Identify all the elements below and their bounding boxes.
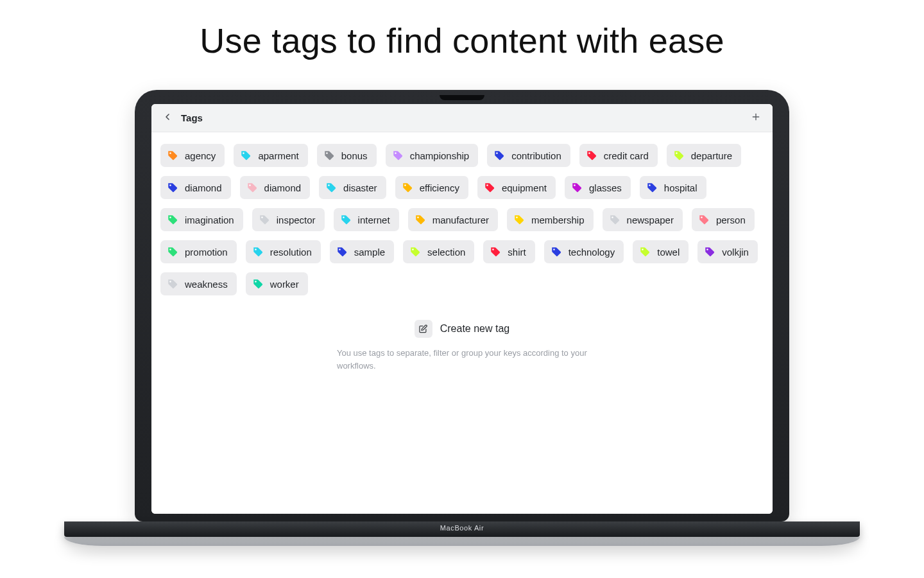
tag-icon bbox=[639, 246, 651, 258]
svg-point-2 bbox=[169, 152, 171, 154]
svg-point-26 bbox=[412, 249, 414, 250]
svg-point-14 bbox=[574, 184, 576, 186]
tag-chip[interactable]: efficiency bbox=[395, 176, 468, 199]
tag-icon bbox=[167, 246, 178, 258]
tag-chip[interactable]: worker bbox=[246, 272, 308, 295]
svg-point-32 bbox=[255, 281, 257, 283]
svg-point-15 bbox=[649, 184, 651, 186]
tag-chip[interactable]: diamond bbox=[160, 176, 231, 199]
device-screen: Tags agencyaparmentbonuschampionshipcont… bbox=[151, 104, 773, 514]
tag-label: championship bbox=[410, 150, 470, 161]
device-base bbox=[64, 537, 860, 546]
tag-icon bbox=[167, 182, 178, 193]
tag-chip[interactable]: diamond bbox=[240, 176, 311, 199]
svg-point-11 bbox=[328, 184, 330, 186]
tag-icon bbox=[246, 182, 258, 193]
tag-label: sample bbox=[354, 247, 385, 258]
svg-point-29 bbox=[642, 249, 644, 250]
tag-chip[interactable]: person bbox=[692, 208, 755, 231]
tag-chip[interactable]: sample bbox=[330, 240, 394, 263]
tag-icon bbox=[609, 214, 620, 225]
tag-icon bbox=[336, 246, 348, 258]
tag-chip[interactable]: agency bbox=[160, 144, 225, 167]
tag-icon bbox=[252, 278, 264, 290]
tag-chip[interactable]: newspaper bbox=[603, 208, 683, 231]
svg-point-18 bbox=[343, 216, 345, 218]
svg-point-16 bbox=[169, 216, 171, 218]
tag-label: towel bbox=[657, 247, 680, 258]
tag-chip[interactable]: disaster bbox=[319, 176, 386, 199]
tag-icon bbox=[167, 278, 178, 290]
tag-icon bbox=[646, 182, 658, 193]
svg-point-25 bbox=[339, 249, 341, 250]
svg-point-7 bbox=[588, 152, 590, 154]
svg-point-23 bbox=[169, 249, 171, 250]
svg-point-28 bbox=[553, 249, 555, 250]
tag-label: newspaper bbox=[627, 215, 674, 225]
tag-chip[interactable]: weakness bbox=[160, 272, 237, 295]
tag-chip[interactable]: manufacturer bbox=[408, 208, 498, 231]
svg-point-17 bbox=[261, 216, 263, 218]
tag-chip[interactable]: inspector bbox=[252, 208, 325, 231]
tag-chip[interactable]: towel bbox=[633, 240, 689, 263]
tag-label: technology bbox=[569, 247, 615, 258]
tag-label: credit card bbox=[604, 150, 649, 161]
header-title: Tags bbox=[181, 112, 203, 123]
tag-chip[interactable]: glasses bbox=[565, 176, 631, 199]
svg-point-20 bbox=[516, 216, 518, 218]
tag-chip[interactable]: departure bbox=[667, 144, 741, 167]
tag-icon bbox=[571, 182, 583, 193]
tag-icon bbox=[673, 150, 685, 161]
tag-label: person bbox=[716, 215, 746, 225]
tag-chip[interactable]: internet bbox=[334, 208, 399, 231]
tag-chip[interactable]: bonus bbox=[317, 144, 377, 167]
svg-point-4 bbox=[326, 152, 328, 154]
tag-chip[interactable]: imagination bbox=[160, 208, 243, 231]
tag-icon bbox=[240, 150, 252, 161]
svg-point-27 bbox=[493, 249, 495, 250]
tag-icon bbox=[551, 246, 562, 258]
create-tag-button[interactable]: Create new tag bbox=[415, 320, 510, 338]
tag-chip[interactable]: technology bbox=[544, 240, 624, 263]
svg-point-5 bbox=[395, 152, 397, 154]
tag-chip[interactable]: volkjin bbox=[697, 240, 758, 263]
tag-icon bbox=[704, 246, 715, 258]
tag-label: resolution bbox=[270, 247, 312, 258]
tag-icon bbox=[409, 246, 421, 258]
tag-chip[interactable]: selection bbox=[403, 240, 474, 263]
svg-point-19 bbox=[417, 216, 419, 218]
tag-chip[interactable]: equipment bbox=[477, 176, 556, 199]
tag-chip[interactable]: membership bbox=[507, 208, 594, 231]
tag-icon bbox=[493, 150, 505, 161]
tag-icon bbox=[513, 214, 525, 225]
device-lid: Tags agencyaparmentbonuschampionshipcont… bbox=[135, 90, 789, 521]
tag-label: imagination bbox=[185, 215, 234, 225]
tag-chip[interactable]: promotion bbox=[160, 240, 237, 263]
add-button[interactable] bbox=[748, 110, 764, 126]
back-button[interactable] bbox=[160, 111, 175, 125]
tag-label: contribution bbox=[511, 150, 561, 161]
tag-chip[interactable]: contribution bbox=[487, 144, 570, 167]
tag-chip[interactable]: hospital bbox=[640, 176, 706, 199]
tag-chip[interactable]: resolution bbox=[246, 240, 321, 263]
tag-chip[interactable]: credit card bbox=[579, 144, 658, 167]
edit-icon bbox=[415, 320, 432, 338]
tag-label: membership bbox=[531, 215, 585, 225]
tag-icon bbox=[698, 214, 710, 225]
device-label: MacBook Air bbox=[440, 524, 484, 532]
tag-icon bbox=[252, 246, 264, 258]
svg-point-22 bbox=[701, 216, 703, 218]
tag-icon bbox=[402, 182, 413, 193]
tag-icon bbox=[484, 182, 495, 193]
tag-grid: agencyaparmentbonuschampionshipcontribut… bbox=[160, 144, 764, 295]
svg-point-12 bbox=[404, 184, 406, 186]
svg-point-9 bbox=[169, 184, 171, 186]
tag-label: bonus bbox=[341, 150, 368, 161]
svg-point-30 bbox=[706, 249, 708, 250]
tag-chip[interactable]: aparment bbox=[234, 144, 307, 167]
tag-label: diamond bbox=[264, 182, 302, 193]
tag-chip[interactable]: shirt bbox=[483, 240, 535, 263]
device-laptop: Tags agencyaparmentbonuschampionshipcont… bbox=[135, 90, 789, 546]
tag-label: worker bbox=[270, 279, 299, 290]
tag-chip[interactable]: championship bbox=[386, 144, 479, 167]
